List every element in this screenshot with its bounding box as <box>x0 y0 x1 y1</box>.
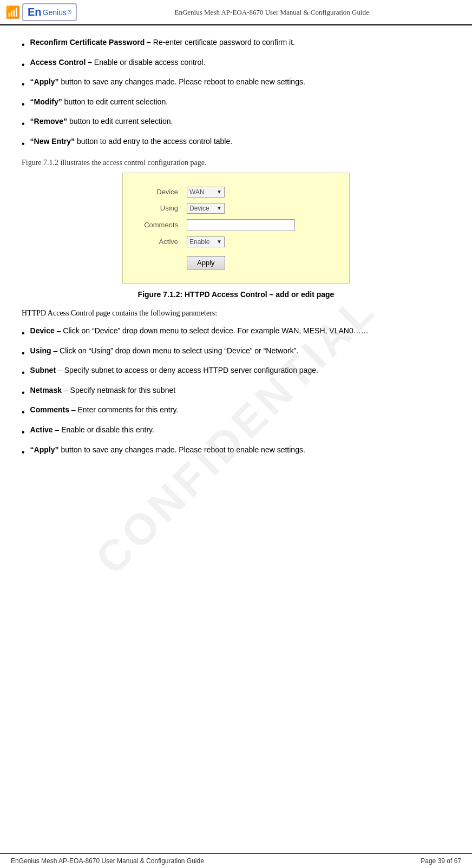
desc: Enable or disable access control. <box>92 58 205 67</box>
list-item: • Subnet – Specify subnet to access or d… <box>22 364 450 380</box>
bullet-text: “Remove” button to edit current selectio… <box>30 115 450 128</box>
bullet-text: Active – Enable or disable this entry. <box>30 424 450 436</box>
bullet-dot: • <box>22 117 25 131</box>
bullet-dot: • <box>22 346 25 360</box>
list-item: • “Remove” button to edit current select… <box>22 115 450 131</box>
figure-container: Device WAN ▼ Using <box>22 173 450 299</box>
term: Access Control – <box>30 58 92 67</box>
bullet-text: Comments – Enter comments for this entry… <box>30 404 450 416</box>
using-select[interactable]: Device ▼ <box>187 203 225 214</box>
bullet-dot: • <box>22 58 25 72</box>
desc: – Specify subnet to access or deny acces… <box>56 366 318 374</box>
term: Active <box>30 425 53 434</box>
bullet-text: “Modify” button to edit current selectio… <box>30 96 450 108</box>
bullet-dot: • <box>22 77 25 91</box>
figure-intro-text: Figure 7.1.2 illustrates the access cont… <box>22 159 450 167</box>
term: Reconfirm Certificate Password – <box>30 38 151 47</box>
using-value: Device <box>189 205 209 212</box>
list-item: • Access Control – Enable or disable acc… <box>22 56 450 72</box>
form-table: Device WAN ▼ Using <box>134 184 299 272</box>
desc: – Enable or disable this entry. <box>53 425 154 434</box>
page-content: • Reconfirm Certificate Password – Re-en… <box>0 31 472 470</box>
form-row-device: Device WAN ▼ <box>134 184 299 200</box>
desc: – Enter comments for this entry. <box>69 405 178 414</box>
page-footer: EnGenius Mesh AP-EOA-8670 User Manual & … <box>0 853 472 868</box>
top-bullet-list: • Reconfirm Certificate Password – Re-en… <box>22 36 450 151</box>
term: Using <box>30 346 51 355</box>
dropdown-arrow-icon: ▼ <box>217 239 222 245</box>
list-item: • Reconfirm Certificate Password – Re-en… <box>22 36 450 52</box>
footer-left: EnGenius Mesh AP-EOA-8670 User Manual & … <box>11 857 204 865</box>
logo-border: EnGenius® <box>22 3 77 21</box>
list-item: • “New Entry” button to add entry to the… <box>22 135 450 151</box>
page-header: 📶 EnGenius® EnGenius Mesh AP-EOA-8670 Us… <box>0 0 472 25</box>
bullet-text: “Apply” button to save any changes made.… <box>30 76 450 88</box>
form-label-comments: Comments <box>134 216 182 234</box>
term: “Modify” <box>30 97 62 106</box>
form-row-using: Using Device ▼ <box>134 200 299 216</box>
form-control-using: Device ▼ <box>182 200 299 216</box>
bullet-text: “Apply” button to save any changes made.… <box>30 444 450 456</box>
device-select[interactable]: WAN ▼ <box>187 187 225 198</box>
form-control-device: WAN ▼ <box>182 184 299 200</box>
desc: button to save any changes made. Please … <box>59 77 305 86</box>
bullet-dot: • <box>22 97 25 111</box>
logo-genius: Genius <box>43 8 67 17</box>
form-control-apply: Apply <box>182 250 299 272</box>
term: Device <box>30 326 55 335</box>
bullet-dot: • <box>22 137 25 151</box>
desc: button to add entry to the access contro… <box>75 137 232 146</box>
comments-input[interactable] <box>187 219 295 231</box>
bullet-text: Reconfirm Certificate Password – Re-ente… <box>30 36 450 49</box>
term: “New Entry” <box>30 137 75 146</box>
active-select[interactable]: Enable ▼ <box>187 236 225 247</box>
device-select-wrapper: WAN ▼ <box>187 187 225 198</box>
form-label-using: Using <box>134 200 182 216</box>
device-value: WAN <box>189 188 205 196</box>
dropdown-arrow-icon: ▼ <box>217 189 222 195</box>
form-control-active: Enable ▼ <box>182 234 299 250</box>
term: “Apply” <box>30 77 59 86</box>
dropdown-arrow-icon: ▼ <box>217 205 222 211</box>
form-label-active: Active <box>134 234 182 250</box>
logo: 📶 EnGenius® <box>5 3 77 21</box>
form-row-active: Active Enable ▼ <box>134 234 299 250</box>
term: Subnet <box>30 366 56 374</box>
body-paragraph: HTTPD Access Control page contains the f… <box>22 307 450 319</box>
form-control-comments <box>182 216 299 234</box>
bullet-text: Subnet – Specify subnet to access or den… <box>30 364 450 377</box>
logo-trademark: ® <box>68 9 71 15</box>
bullet-text: Netmask – Specify netmask for this subne… <box>30 384 450 397</box>
wifi-icon: 📶 <box>5 5 20 19</box>
bullet-dot: • <box>22 326 25 340</box>
list-item: • “Apply” button to save any changes mad… <box>22 444 450 459</box>
desc: Re-enter certificate password to confirm… <box>151 38 295 47</box>
desc: – Click on “Device” drop down menu to se… <box>55 326 369 335</box>
bottom-bullet-list: • Device – Click on “Device” drop down m… <box>22 325 450 459</box>
figure-box: Device WAN ▼ Using <box>122 173 350 284</box>
form-label-device: Device <box>134 184 182 200</box>
bullet-text: “New Entry” button to add entry to the a… <box>30 135 450 148</box>
list-item: • “Apply” button to save any changes mad… <box>22 76 450 91</box>
list-item: • Active – Enable or disable this entry. <box>22 424 450 439</box>
bullet-dot: • <box>22 425 25 439</box>
term: “Remove” <box>30 117 67 126</box>
term: Comments <box>30 405 69 414</box>
desc: – Specify netmask for this subnet <box>62 386 175 394</box>
active-value: Enable <box>189 238 209 246</box>
desc: button to edit current selection. <box>62 97 168 106</box>
bullet-dot: • <box>22 366 25 380</box>
form-row-comments: Comments <box>134 216 299 234</box>
form-row-apply: Apply <box>134 250 299 272</box>
apply-button[interactable]: Apply <box>187 256 225 269</box>
desc: – Click on “Using” drop down menu to sel… <box>51 346 299 355</box>
footer-right: Page 39 of 67 <box>421 857 461 865</box>
bullet-dot: • <box>22 445 25 459</box>
bullet-dot: • <box>22 38 25 52</box>
list-item: • “Modify” button to edit current select… <box>22 96 450 111</box>
bullet-text: Using – Click on “Using” drop down menu … <box>30 345 450 357</box>
bullet-dot: • <box>22 405 25 419</box>
bullet-text: Device – Click on “Device” drop down men… <box>30 325 450 337</box>
logo-en: En <box>28 6 42 18</box>
header-title: EnGenius Mesh AP-EOA-8670 User Manual & … <box>77 8 467 17</box>
